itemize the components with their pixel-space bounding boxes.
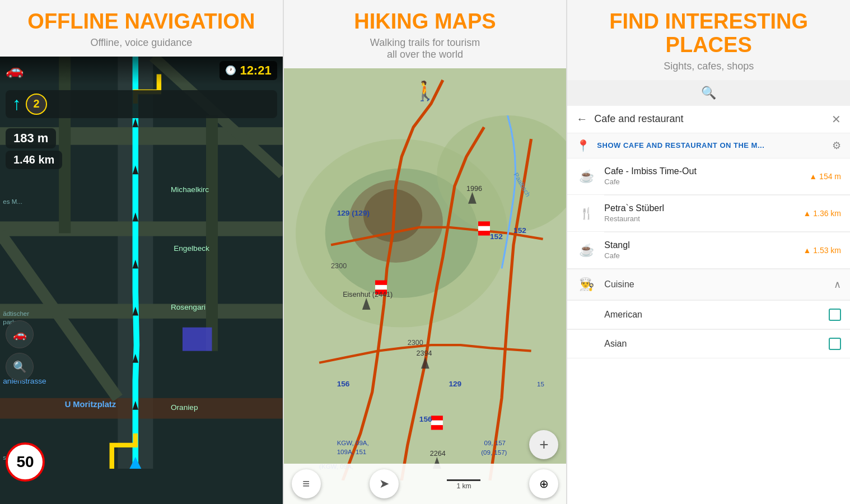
place-dist-1: ▲ 154 m	[809, 172, 841, 181]
dist-km-text: 1.46 km	[13, 153, 54, 166]
place-type-3: Cafe	[604, 251, 795, 260]
zoom-in-button[interactable]: +	[529, 430, 558, 459]
svg-text:156: 156	[419, 415, 432, 423]
show-on-map-row[interactable]: 📍 SHOW CAFE AND RESTAURANT ON THE M... ⚙	[567, 133, 850, 158]
scale-indicator: 1 km	[447, 478, 480, 490]
place-dist-2: ▲ 1.36 km	[803, 209, 841, 218]
svg-rect-36	[375, 285, 387, 290]
panel2-subtitle: Walking trails for tourismall over the w…	[289, 37, 561, 60]
svg-text:2300: 2300	[331, 262, 347, 270]
svg-text:Engelbeck: Engelbeck	[174, 244, 209, 253]
nav-map-container: Michaelkirc Engelbeck Rosengari anienstr…	[0, 57, 283, 504]
svg-rect-40	[478, 231, 490, 235]
compass-button[interactable]: ⊕	[529, 469, 558, 498]
svg-rect-9	[206, 115, 218, 351]
place-name-3: Stangl	[604, 240, 795, 250]
hiking-bottom-bar: ≡ ➤ 1 km ⊕	[284, 464, 567, 504]
svg-rect-39	[478, 226, 490, 231]
menu-button[interactable]: ≡	[292, 469, 321, 498]
svg-text:2264: 2264	[429, 450, 445, 458]
route-number: 2	[26, 94, 47, 115]
hiking-map[interactable]: 129 (129) 156 129 152 152 KGW, 09A, 109A…	[284, 68, 567, 504]
svg-text:129: 129	[449, 380, 461, 388]
category-label: Cafe and restaurant	[594, 113, 825, 125]
svg-text:Oraniep: Oraniep	[171, 403, 198, 412]
distance-1-46: 1.46 km	[6, 151, 62, 169]
nav-topbar: 🚗 🕐 12:21	[0, 57, 283, 85]
svg-text:152: 152	[513, 226, 526, 235]
svg-text:(09, 157): (09, 157)	[481, 449, 507, 456]
place-name-1: Cafe - Imbiss Time-Out	[604, 166, 801, 176]
scale-bar	[447, 479, 480, 481]
find-places-panel: FIND INTERESTING PLACES Sights, cafes, s…	[567, 0, 850, 504]
location-pin-icon: 📍	[576, 139, 590, 152]
panel1-title: OFFLINE NAVIGATION	[6, 10, 277, 34]
place-name-2: Petra`s Stüberl	[604, 203, 795, 213]
turn-indicator: ↑ 2	[6, 90, 277, 118]
svg-text:es M...: es M...	[3, 198, 22, 205]
hiking-maps-panel: HIKING MAPS Walking trails for tourismal…	[284, 0, 568, 504]
american-checkbox[interactable]	[829, 309, 841, 321]
nav-time-display: 🕐 12:21	[219, 61, 277, 80]
svg-rect-42	[431, 421, 443, 425]
panel3-header: FIND INTERESTING PLACES Sights, cafes, s…	[567, 0, 850, 80]
cafe-icon-1: ☕	[576, 166, 596, 186]
restaurant-icon-2: 🍴	[576, 203, 596, 223]
nav-search-button[interactable]: 🔍	[6, 353, 34, 381]
panel2-title: HIKING MAPS	[289, 10, 561, 34]
hiker-icon: 🚶	[413, 80, 437, 102]
nav-map-svg: Michaelkirc Engelbeck Rosengari anienstr…	[0, 57, 283, 469]
place-dist-3: ▲ 1.53 km	[803, 246, 841, 255]
hiking-map-svg: 129 (129) 156 129 152 152 KGW, 09A, 109A…	[284, 68, 567, 480]
cuisine-name-asian: Asian	[604, 339, 829, 349]
dist-183-text: 183 m	[13, 131, 48, 145]
speed-limit-value: 50	[16, 453, 34, 471]
svg-text:109A, 151: 109A, 151	[337, 448, 366, 455]
cuisine-label: Cuisine	[604, 279, 826, 290]
hiking-map-container: 129 (129) 156 129 152 152 KGW, 09A, 109A…	[284, 68, 567, 504]
svg-rect-38	[478, 221, 490, 226]
svg-text:129 (129): 129 (129)	[337, 209, 369, 217]
nav-bottom-controls: 🚗 🔍	[6, 320, 34, 381]
nav-car-button[interactable]: 🚗	[6, 320, 34, 348]
panel3-title-line1: FIND INTERESTING	[573, 10, 844, 34]
place-info-3: Stangl Cafe	[604, 240, 795, 260]
search-icon: 🔍	[701, 86, 716, 100]
filter-icon[interactable]: ⚙	[832, 139, 841, 152]
svg-text:Eisenhut (2441): Eisenhut (2441)	[343, 291, 393, 298]
place-item-3[interactable]: ☕ Stangl Cafe ▲ 1.53 km	[567, 232, 850, 269]
place-item-1[interactable]: ☕ Cafe - Imbiss Time-Out Cafe ▲ 154 m	[567, 158, 850, 195]
search-bar[interactable]: 🔍	[567, 80, 850, 106]
navigation-map[interactable]: Michaelkirc Engelbeck Rosengari anienstr…	[0, 57, 283, 504]
svg-text:09, 157: 09, 157	[484, 440, 506, 446]
panel1-header: OFFLINE NAVIGATION Offline, voice guidan…	[0, 0, 283, 57]
cuisine-item-asian[interactable]: Asian	[567, 330, 850, 358]
svg-rect-17	[183, 327, 212, 351]
place-info-1: Cafe - Imbiss Time-Out Cafe	[604, 166, 801, 186]
place-list: ☕ Cafe - Imbiss Time-Out Cafe ▲ 154 m 🍴 …	[567, 158, 850, 504]
place-item-2[interactable]: 🍴 Petra`s Stüberl Restaurant ▲ 1.36 km	[567, 195, 850, 232]
svg-rect-41	[431, 416, 443, 420]
cuisine-section-header[interactable]: 👨‍🍳 Cuisine ∧	[567, 269, 850, 300]
svg-rect-3	[0, 221, 283, 236]
cuisine-item-american[interactable]: American	[567, 301, 850, 329]
svg-text:156: 156	[337, 380, 349, 388]
panel3-subtitle: Sights, cafes, shops	[573, 60, 844, 72]
category-bar: ← Cafe and restaurant ✕	[567, 106, 850, 133]
scale-label: 1 km	[447, 482, 480, 490]
svg-text:U Moritzplatz: U Moritzplatz	[65, 399, 116, 408]
turn-arrow-icon: ↑	[12, 94, 21, 114]
place-type-1: Cafe	[604, 178, 801, 186]
back-button[interactable]: ←	[576, 113, 587, 125]
directions-button[interactable]: ➤	[370, 469, 399, 498]
svg-rect-43	[431, 425, 443, 430]
place-type-2: Restaurant	[604, 214, 795, 223]
asian-checkbox[interactable]	[829, 338, 841, 350]
panel3-title-line2: PLACES	[573, 34, 844, 57]
route-badge-circle: 2	[26, 94, 47, 115]
speed-limit-sign: 50	[6, 442, 45, 482]
svg-rect-5	[0, 398, 283, 419]
svg-text:KGW, 09A,: KGW, 09A,	[337, 440, 368, 446]
close-button[interactable]: ✕	[832, 113, 841, 126]
panel1-subtitle: Offline, voice guidance	[6, 37, 277, 49]
